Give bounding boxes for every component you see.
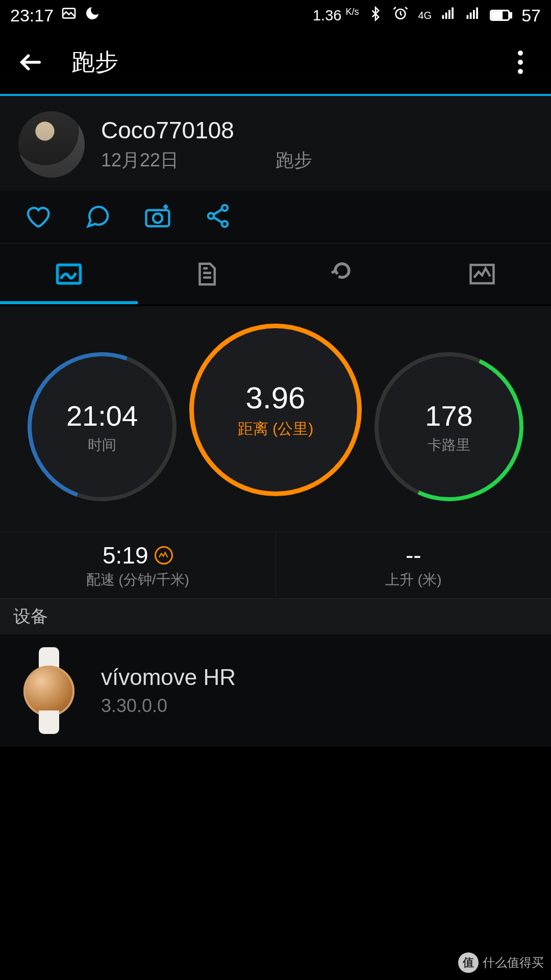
picture-icon	[61, 5, 77, 26]
device-section-header: 设备	[0, 598, 551, 634]
calories-label: 卡路里	[428, 435, 470, 455]
svg-rect-8	[473, 10, 475, 19]
signal-bars-2-icon	[465, 6, 481, 26]
battery-icon	[490, 6, 512, 26]
svg-rect-7	[470, 12, 472, 19]
moon-icon	[84, 5, 101, 26]
watermark-text: 什么值得买	[483, 954, 544, 971]
activity-tabs	[0, 243, 551, 304]
summary-rings: 21:04 时间 3.96 距离 (公里) 178 卡路里	[0, 306, 551, 532]
ring-distance[interactable]: 3.96 距离 (公里)	[189, 324, 362, 496]
status-bar: 23:17 1.36 K/s 4G 57	[0, 0, 551, 31]
app-bar: 跑步	[0, 31, 551, 96]
share-button[interactable]	[203, 201, 233, 231]
svg-rect-5	[452, 7, 454, 19]
pace-label: 配速 (分钟/千米)	[86, 570, 189, 590]
distance-value: 3.96	[246, 380, 306, 415]
svg-point-14	[153, 214, 162, 223]
ring-calories[interactable]: 178 卡路里	[374, 352, 523, 501]
svg-rect-6	[467, 15, 469, 19]
activity-type: 跑步	[276, 148, 312, 173]
tab-details[interactable]	[138, 243, 276, 304]
ascent-label: 上升 (米)	[385, 570, 441, 590]
tab-map[interactable]	[0, 243, 138, 304]
alarm-icon	[392, 5, 409, 26]
svg-rect-3	[445, 12, 447, 19]
metric-ascent[interactable]: -- 上升 (米)	[276, 532, 552, 598]
watch-image	[18, 647, 80, 734]
net-speed: 1.36 K/s	[313, 7, 359, 24]
comment-button[interactable]	[83, 201, 112, 231]
device-row[interactable]: vívomove HR 3.30.0.0	[0, 634, 551, 747]
svg-rect-11	[510, 13, 511, 17]
back-button[interactable]	[15, 47, 46, 78]
signal-4g-icon: 4G	[418, 10, 432, 21]
tab-laps[interactable]	[276, 243, 413, 304]
username: Coco770108	[101, 116, 533, 144]
device-version: 3.30.0.0	[101, 695, 236, 717]
watermark-badge: 值	[458, 952, 479, 973]
time-label: 时间	[88, 435, 116, 455]
svg-rect-2	[442, 15, 444, 19]
svg-rect-4	[448, 10, 450, 19]
avatar[interactable]	[18, 111, 85, 178]
svg-rect-12	[492, 12, 502, 18]
battery-percent: 57	[521, 6, 541, 26]
device-name: vívomove HR	[101, 665, 236, 690]
watermark: 值 什么值得买	[458, 952, 544, 973]
status-time: 23:17	[10, 6, 54, 26]
svg-rect-9	[476, 7, 478, 19]
page-title: 跑步	[71, 46, 505, 78]
signal-bars-icon	[441, 6, 456, 26]
pace-icon	[155, 546, 173, 565]
time-value: 21:04	[66, 399, 138, 432]
ring-time[interactable]: 21:04 时间	[28, 352, 177, 501]
overflow-menu-button[interactable]	[505, 47, 536, 78]
like-button[interactable]	[22, 201, 52, 231]
tab-charts[interactable]	[413, 243, 551, 304]
pace-value: 5:19	[103, 542, 148, 569]
camera-button[interactable]	[143, 201, 172, 231]
distance-label: 距离 (公里)	[238, 419, 313, 439]
ascent-value: --	[406, 542, 421, 569]
svg-rect-18	[58, 265, 81, 283]
metric-pace[interactable]: 5:19 配速 (分钟/千米)	[0, 532, 276, 598]
secondary-metrics: 5:19 配速 (分钟/千米) -- 上升 (米)	[0, 532, 551, 598]
user-header: Coco770108 12月22日 跑步	[0, 96, 551, 191]
activity-date: 12月22日	[101, 148, 179, 173]
social-actions	[0, 191, 551, 243]
bluetooth-icon	[368, 6, 383, 26]
calories-value: 178	[425, 399, 472, 432]
tab-indicator	[0, 301, 138, 304]
